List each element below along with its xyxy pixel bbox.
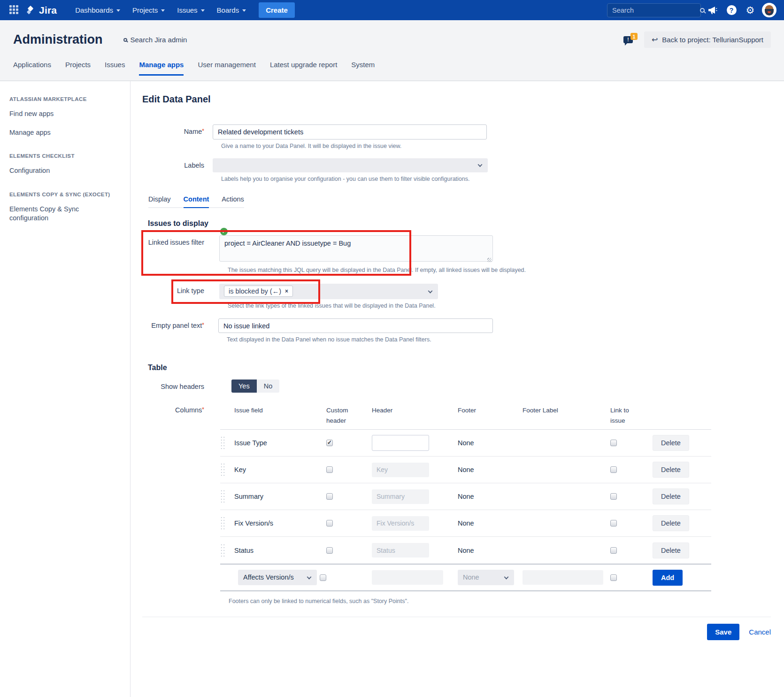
linked-issues-filter-help-text: The issues matching this JQL query will … (228, 267, 771, 273)
drag-handle-icon[interactable] (220, 463, 225, 477)
delete-button[interactable]: Delete (653, 435, 689, 451)
tab-latest-upgrade-report[interactable]: Latest upgrade report (270, 61, 337, 76)
global-search-input[interactable] (612, 7, 700, 14)
linked-issues-filter-textarea[interactable] (219, 235, 493, 262)
header-input[interactable] (372, 435, 429, 451)
link-type-chip: is blocked by (←) × (224, 286, 293, 297)
cancel-link[interactable]: Cancel (749, 628, 771, 636)
notifications-icon[interactable]: ! 1 (623, 33, 638, 47)
chevron-down-icon (428, 288, 433, 293)
delete-button[interactable]: Delete (653, 542, 689, 558)
drag-handle-icon[interactable] (220, 489, 225, 503)
jira-logo[interactable]: Jira (25, 5, 57, 16)
tab-issues[interactable]: Issues (105, 61, 125, 76)
required-asterisk: * (202, 128, 204, 134)
back-arrow-icon: ↩ (652, 36, 658, 44)
tab-manage-apps[interactable]: Manage apps (139, 61, 184, 76)
sidebar-item-configuration[interactable]: Configuration (9, 166, 121, 176)
delete-button[interactable]: Delete (653, 462, 689, 478)
sidebar-item-manage-apps[interactable]: Manage apps (9, 128, 121, 138)
issues-to-display-heading: Issues to display (148, 219, 771, 228)
chevron-down-icon (478, 163, 483, 167)
header-input[interactable] (372, 570, 443, 585)
remove-chip-icon[interactable]: × (285, 288, 288, 294)
create-button[interactable]: Create (259, 2, 295, 18)
sidebar-section-marketplace: ATLASSIAN MARKETPLACE (9, 96, 121, 102)
footer-label-input[interactable] (523, 570, 603, 585)
link-type-select[interactable]: is blocked by (←) × (219, 284, 438, 299)
nav-boards[interactable]: Boards (211, 0, 253, 20)
search-icon (700, 8, 705, 13)
save-button[interactable]: Save (707, 624, 739, 640)
link-to-issue-checkbox[interactable] (610, 440, 617, 446)
columns-table-header: Issue field Custom header Header Footer … (220, 405, 711, 430)
drag-handle-icon[interactable] (220, 516, 225, 530)
custom-header-checkbox[interactable] (326, 440, 333, 446)
link-to-issue-checkbox[interactable] (610, 574, 617, 581)
link-to-issue-checkbox[interactable] (610, 493, 617, 500)
sidebar-item-find-new-apps[interactable]: Find new apps (9, 109, 121, 119)
add-column-row: Affects Version/s None Add (220, 564, 711, 591)
custom-header-checkbox[interactable] (326, 493, 333, 500)
delete-button[interactable]: Delete (653, 488, 689, 504)
back-to-project-button[interactable]: ↩ Back to project: TellurianSupport (644, 31, 771, 48)
link-to-issue-checkbox[interactable] (610, 520, 617, 527)
settings-gear-icon[interactable]: ⚙ (743, 3, 757, 17)
labels-select[interactable] (213, 158, 488, 172)
search-icon (123, 38, 127, 42)
resize-grip-icon[interactable] (487, 258, 492, 262)
tab-actions[interactable]: Actions (222, 195, 244, 207)
header-input[interactable] (372, 543, 429, 558)
custom-header-checkbox[interactable] (326, 466, 333, 473)
drag-handle-icon[interactable] (220, 436, 225, 450)
jira-brand-name: Jira (39, 5, 57, 16)
tab-user-management[interactable]: User management (198, 61, 255, 76)
custom-header-checkbox[interactable] (326, 547, 333, 554)
panel-tab-bar: Display Content Actions (148, 195, 244, 208)
app-switcher-icon[interactable] (9, 5, 20, 15)
sidebar-item-elements-copy-sync-configuration[interactable]: Elements Copy & Sync configuration (9, 205, 103, 223)
admin-search-label: Search Jira admin (131, 36, 187, 44)
table-row: Status None Delete (220, 537, 711, 564)
divider (142, 617, 771, 617)
show-headers-no[interactable]: No (257, 379, 280, 393)
tab-display[interactable]: Display (148, 195, 171, 207)
footer-value: None (458, 439, 523, 447)
tab-system[interactable]: System (351, 61, 375, 76)
nav-issues[interactable]: Issues (171, 0, 210, 20)
name-field[interactable] (213, 124, 487, 139)
add-button[interactable]: Add (653, 570, 683, 586)
table-row: Issue Type None Delete (220, 430, 711, 457)
notification-badge: 1 (630, 33, 638, 40)
empty-panel-text-field[interactable] (218, 318, 493, 333)
table-row: Fix Version/s None Delete (220, 510, 711, 537)
tab-projects[interactable]: Projects (65, 61, 91, 76)
col-header-link-to-issue: Link to issue (610, 405, 638, 426)
custom-header-checkbox[interactable] (326, 520, 333, 527)
drag-handle-icon[interactable] (220, 543, 225, 558)
user-avatar[interactable] (762, 3, 776, 17)
header-input[interactable] (372, 516, 429, 531)
link-to-issue-checkbox[interactable] (610, 466, 617, 473)
header-input[interactable] (372, 489, 429, 504)
col-header-header: Header (372, 405, 458, 416)
link-to-issue-checkbox[interactable] (610, 547, 617, 554)
nav-projects[interactable]: Projects (126, 0, 171, 20)
name-help-text: Give a name to your Data Panel. It will … (221, 143, 771, 149)
footer-select[interactable]: None (458, 570, 514, 585)
issue-field-select[interactable]: Affects Version/s (238, 570, 317, 585)
delete-button[interactable]: Delete (653, 515, 689, 531)
header-input[interactable] (372, 463, 429, 477)
show-headers-yes[interactable]: Yes (231, 379, 257, 393)
tab-content[interactable]: Content (184, 195, 209, 208)
megaphone-icon[interactable] (706, 3, 720, 17)
empty-panel-text-label: Empty panel text* (142, 318, 213, 333)
help-icon[interactable]: ? (724, 3, 738, 17)
global-search[interactable] (607, 3, 701, 17)
admin-search[interactable]: Search Jira admin (123, 36, 187, 44)
footer-value: None (458, 493, 523, 500)
nav-dashboards[interactable]: Dashboards (69, 0, 126, 20)
chevron-down-icon (201, 9, 205, 12)
tab-applications[interactable]: Applications (13, 61, 51, 76)
custom-header-checkbox[interactable] (320, 574, 326, 581)
